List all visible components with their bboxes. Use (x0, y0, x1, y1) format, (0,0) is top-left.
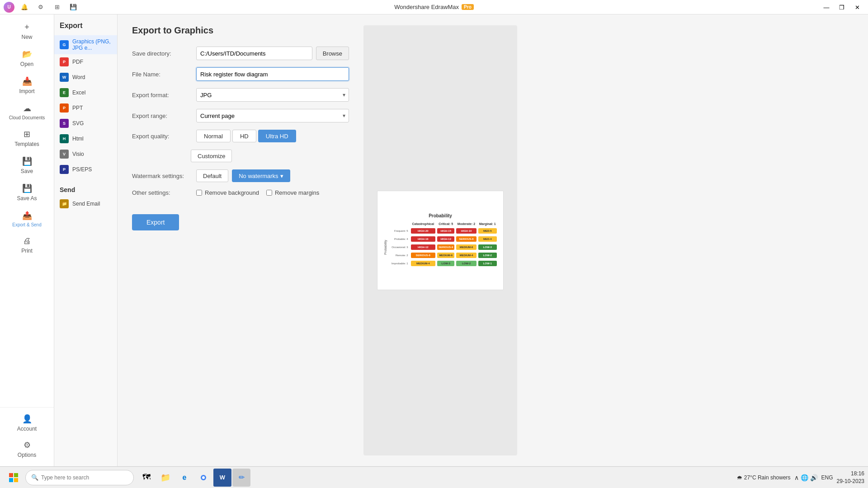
visio-icon: V (60, 150, 69, 159)
export-type-svg[interactable]: SSVG (54, 116, 117, 131)
saveas-icon: 💾 (22, 183, 32, 193)
sidebar-item-print[interactable]: 🖨 Print (3, 233, 51, 258)
svg-icon: S (60, 119, 69, 128)
export-type-word[interactable]: WWord (54, 70, 117, 85)
svg-rect-0 (9, 473, 13, 477)
taskbar-app-icons: 🗺 📁 e W ✏ (137, 469, 250, 487)
settings-icon[interactable]: ⚙ (34, 1, 47, 14)
remove-background-input[interactable] (196, 190, 202, 196)
sidebar-item-save[interactable]: 💾 Save (3, 153, 51, 178)
taskbar-edraw-icon[interactable]: ✏ (232, 469, 250, 487)
word-label: Word (72, 74, 85, 80)
excel-label: Excel (72, 89, 85, 96)
weather-icon: 🌧 (737, 474, 742, 481)
send-header: Send (54, 183, 117, 196)
svg-point-5 (202, 476, 205, 479)
export-type-html[interactable]: HHtml (54, 131, 117, 146)
risk-cell-value: LOW-2 (478, 253, 497, 258)
cloud-icon: ☁ (23, 103, 31, 113)
quality-normal-button[interactable]: Normal (196, 130, 231, 142)
risk-cell-value: MED-4 (478, 236, 497, 242)
graphics-icon: G (60, 40, 69, 49)
sidebar-label-new: New (21, 34, 32, 40)
export-type-visio[interactable]: VVisio (54, 146, 117, 162)
taskbar-maps-icon[interactable]: 🗺 (137, 469, 156, 487)
sidebar-item-open[interactable]: 📂 Open (3, 46, 51, 71)
send-email-item[interactable]: 📁 Send Email (54, 196, 117, 211)
risk-cell-value: LOW-1 (478, 261, 497, 266)
taskbar-explorer-icon[interactable]: 📁 (156, 469, 175, 487)
print-icon: 🖨 (23, 236, 31, 246)
risk-cell-value: HIGH-10 (456, 228, 476, 234)
risk-cell: SERIOUS-9 (436, 243, 456, 251)
remove-margins-input[interactable] (266, 190, 272, 196)
export-type-graphics[interactable]: GGraphics (PNG, JPG e... (54, 35, 117, 54)
sidebar-item-cloud[interactable]: ☁ Cloud Documents (3, 100, 51, 124)
export-type-ppt[interactable]: PPPT (54, 100, 117, 116)
export-range-control: Current pageAll pagesSelection (196, 109, 349, 122)
save-toolbar-icon[interactable]: 💾 (67, 1, 80, 14)
sidebar-item-account[interactable]: 👤 Account (3, 410, 51, 436)
restore-button[interactable]: ❐ (835, 0, 849, 14)
export-range-select[interactable]: Current pageAll pagesSelection (196, 109, 349, 122)
risk-cell-value: LOW-3 (478, 244, 497, 250)
risk-col-header: Marginal: 1 (477, 221, 498, 227)
risk-cell-value: SERIOUS-9 (437, 244, 455, 250)
browse-button[interactable]: Browse (316, 47, 349, 60)
close-button[interactable]: ✕ (850, 0, 864, 14)
risk-matrix-title: Probability (383, 213, 498, 218)
risk-cell-value: HIGH-16 (411, 236, 435, 242)
main-content: Export to Graphics Save directory: Brows… (118, 14, 868, 466)
remove-background-label: Remove background (205, 189, 259, 196)
export-format-control: JPGPNGBMPSVGTIFF (196, 88, 349, 102)
risk-cell: MEDIUM-4 (455, 251, 477, 259)
notification-icon[interactable]: 🔔 (18, 1, 31, 14)
risk-cell: HIGH-10 (455, 227, 477, 235)
sidebar-item-import[interactable]: 📥 Import (3, 73, 51, 98)
quality-ultrahd-button[interactable]: Ultra HD (258, 130, 296, 142)
no-watermark-button[interactable]: No watermarks ▾ (232, 169, 290, 182)
chevron-up-icon[interactable]: ∧ (794, 474, 799, 481)
other-settings-control: Remove background Remove margins (196, 189, 349, 196)
pdf-icon: P (60, 57, 69, 66)
risk-cell-value: HIGH-15 (437, 228, 455, 234)
export-format-select[interactable]: JPGPNGBMPSVGTIFF (196, 88, 349, 102)
taskbar-search-box[interactable]: 🔍 (25, 470, 134, 485)
export-range-label: Export range: (132, 113, 191, 119)
sidebar-item-export[interactable]: 📤 Export & Send (3, 207, 51, 231)
watermark-default-button[interactable]: Default (196, 169, 228, 182)
customize-button[interactable]: Customize (191, 150, 232, 162)
quality-hd-button[interactable]: HD (232, 130, 256, 142)
remove-margins-checkbox[interactable]: Remove margins (266, 189, 319, 196)
taskbar-chrome-icon[interactable] (194, 469, 212, 487)
export-type-pseps[interactable]: PPS/EPS (54, 162, 117, 177)
minimize-button[interactable]: — (819, 0, 834, 14)
start-button[interactable] (4, 468, 24, 488)
taskbar-search-input[interactable] (41, 474, 128, 481)
risk-row-label: Frequent: 5 (388, 227, 410, 235)
risk-col-header: Critical: 5 (436, 221, 456, 227)
volume-icon[interactable]: 🔊 (810, 474, 818, 481)
export-icon: 📤 (22, 211, 32, 221)
taskbar-clock: 18:16 29-10-2023 (837, 470, 864, 485)
no-watermark-label: No watermarks (239, 173, 278, 179)
file-name-input[interactable] (196, 67, 349, 81)
sidebar-item-saveas[interactable]: 💾 Save As (3, 180, 51, 205)
sidebar-item-templates[interactable]: ⊞ Templates (3, 126, 51, 151)
taskbar-word-icon[interactable]: W (213, 469, 231, 487)
save-directory-input[interactable] (196, 47, 312, 60)
grid-icon[interactable]: ⊞ (51, 1, 63, 14)
export-format-label: Export format: (132, 92, 191, 99)
sidebar-item-new[interactable]: + New (3, 19, 51, 44)
window-controls[interactable]: — ❐ ✕ (819, 0, 864, 14)
export-type-excel[interactable]: EExcel (54, 85, 117, 100)
export-type-pdf[interactable]: PPDF (54, 54, 117, 70)
export-button[interactable]: Export (132, 214, 179, 230)
save-icon: 💾 (22, 156, 32, 166)
sidebar-item-options[interactable]: ⚙ Options (3, 436, 51, 462)
remove-background-checkbox[interactable]: Remove background (196, 189, 259, 196)
taskbar-edge-icon[interactable]: e (175, 469, 193, 487)
network-icon[interactable]: 🌐 (801, 474, 808, 481)
options-icon: ⚙ (24, 440, 31, 450)
sidebar-label-export: Export & Send (12, 222, 41, 227)
